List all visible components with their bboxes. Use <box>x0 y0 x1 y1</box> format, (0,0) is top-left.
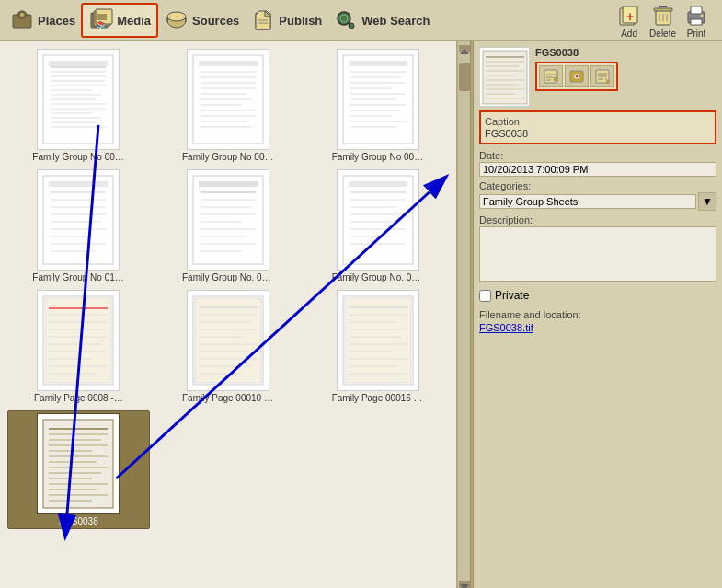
list-item[interactable]: Family Page 00016 -… <box>306 290 449 403</box>
right-toolbar: + Add Delete <box>616 3 718 39</box>
media-panel: Family Group No 002… <box>0 41 457 588</box>
action-icons-row <box>535 62 618 91</box>
media-thumbnail <box>337 169 419 271</box>
categories-expand-button[interactable]: ▼ <box>698 192 716 211</box>
description-textarea[interactable] <box>479 226 716 282</box>
svg-rect-98 <box>349 181 407 187</box>
media-thumbnail <box>337 290 419 391</box>
description-label: Description: <box>479 214 716 225</box>
list-item[interactable]: Family Page 0008 -… <box>7 290 150 403</box>
scroll-thumb[interactable] <box>459 63 470 91</box>
filename-section: Filename and location: FGS0038.tif <box>479 309 716 334</box>
svg-point-16 <box>338 12 350 25</box>
caption-section: Caption: FGS0038 <box>479 110 716 144</box>
svg-rect-120 <box>195 298 261 383</box>
places-icon <box>9 7 35 33</box>
right-panel: FGS0038 <box>474 41 722 588</box>
places-label: Places <box>38 14 75 28</box>
media-item-label: Family Page 0008 -… <box>34 393 123 403</box>
toolbar-item-media[interactable]: 📚 Media <box>81 3 158 38</box>
media-thumbnail <box>37 290 120 391</box>
media-thumbnail <box>37 169 120 271</box>
svg-rect-30 <box>691 6 702 14</box>
svg-point-19 <box>349 23 354 29</box>
media-item-label: Family Group No 002… <box>32 152 124 162</box>
media-item-label: FGS0038 <box>59 516 98 526</box>
media-item-label: Family Page 00016 -… <box>332 393 424 403</box>
svg-rect-6 <box>97 14 107 20</box>
media-item-label: Family Group No 0117… <box>32 272 124 282</box>
filename-link[interactable]: FGS0038.tif <box>479 322 533 333</box>
publish-icon <box>250 7 276 33</box>
list-item[interactable]: FGS0038 <box>7 410 150 529</box>
websearch-icon <box>333 7 359 33</box>
svg-rect-108 <box>45 298 111 383</box>
caption-value: FGS0038 <box>485 128 711 139</box>
media-label: Media <box>117 14 151 28</box>
svg-point-182 <box>576 75 579 78</box>
svg-point-9 <box>167 12 186 21</box>
svg-rect-87 <box>199 181 258 187</box>
add-button[interactable]: + Add <box>616 3 642 39</box>
tag-button[interactable] <box>590 65 614 87</box>
categories-row: Categories: Family Group Sheets ▼ <box>479 180 716 211</box>
list-item[interactable]: Family Group No. 000… <box>157 169 300 282</box>
private-checkbox[interactable] <box>479 290 491 302</box>
private-label: Private <box>495 289 529 302</box>
svg-rect-24 <box>654 8 672 11</box>
preview-info: FGS0038 <box>535 47 716 95</box>
svg-rect-48 <box>49 61 108 66</box>
delete-icon <box>650 3 676 29</box>
scroll-down-arrow[interactable] <box>459 581 470 588</box>
svg-rect-50 <box>199 61 258 66</box>
svg-text:📚: 📚 <box>97 20 106 29</box>
svg-rect-63 <box>349 61 407 66</box>
websearch-label: Web Search <box>361 14 430 28</box>
preview-title: FGS0038 <box>535 47 716 58</box>
print-icon <box>683 3 709 29</box>
list-item[interactable]: Family Group No 0058… <box>306 49 449 162</box>
add-icon: + <box>616 3 642 29</box>
toolbar-item-places[interactable]: Places <box>4 3 81 38</box>
media-thumbnail <box>337 49 419 150</box>
scrollbar[interactable] <box>457 41 470 588</box>
svg-point-32 <box>701 14 704 17</box>
svg-point-2 <box>20 13 24 17</box>
delete-button[interactable]: Delete <box>649 3 676 39</box>
info-section: Date: 10/20/2013 7:00:09 PM Categories: … <box>479 150 716 334</box>
toolbar-item-sources[interactable]: Sources <box>158 3 245 38</box>
description-row: Description: <box>479 214 716 282</box>
svg-text:+: + <box>626 9 634 24</box>
delete-label: Delete <box>649 29 676 39</box>
preview-thumbnail <box>479 47 530 107</box>
svg-rect-97 <box>343 176 413 264</box>
scroll-track <box>459 54 470 579</box>
scroll-up-arrow[interactable] <box>459 45 470 52</box>
categories-value: Family Group Sheets <box>479 194 696 209</box>
list-item[interactable]: Family Group No 0057… <box>157 49 300 162</box>
toolbar-item-publish[interactable]: Publish <box>245 3 327 38</box>
date-value: 10/20/2013 7:00:09 PM <box>479 162 716 177</box>
print-label: Print <box>687 29 706 39</box>
media-item-label: Family Page 00010 - 4… <box>182 393 274 403</box>
list-item[interactable]: Family Group No 002… <box>7 49 150 162</box>
date-label: Date: <box>479 150 716 161</box>
edit-media-button[interactable] <box>539 65 563 87</box>
list-item[interactable]: Family Group No 0117… <box>7 169 150 282</box>
view-image-button[interactable] <box>565 65 589 87</box>
svg-point-187 <box>606 80 610 84</box>
toolbar-item-websearch[interactable]: Web Search <box>327 3 435 38</box>
media-item-label: Family Group No 0058… <box>332 152 424 162</box>
media-thumbnail <box>187 169 269 271</box>
list-item[interactable]: Family Page 00010 - 4… <box>157 290 300 403</box>
media-thumbnail <box>37 49 120 150</box>
media-grid: Family Group No 002… <box>0 41 456 536</box>
categories-label: Categories: <box>479 180 716 191</box>
caption-label: Caption: <box>485 116 711 127</box>
media-item-label: Family Group No 0057… <box>182 152 274 162</box>
svg-rect-76 <box>49 181 108 187</box>
media-thumbnail <box>187 290 269 391</box>
list-item[interactable]: Family Group No. 001… <box>306 169 449 282</box>
print-button[interactable]: Print <box>683 3 709 39</box>
media-item-label: Family Group No. 000… <box>182 272 274 282</box>
